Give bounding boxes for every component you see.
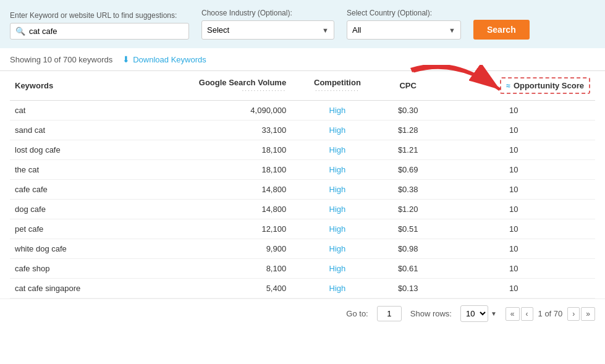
- cell-volume: 33,100: [133, 121, 291, 140]
- prev-page-button[interactable]: ‹: [521, 307, 533, 321]
- rows-select[interactable]: 10 25 50: [460, 305, 488, 322]
- cell-volume: 9,900: [133, 239, 291, 259]
- table-row: cat 4,090,000 High $0.30 10: [10, 101, 595, 121]
- cell-competition: High: [291, 200, 383, 219]
- download-icon: ⬇: [122, 54, 130, 64]
- search-icon: 🔍: [15, 27, 25, 36]
- page-navigation: « ‹ 1 of 70 › »: [506, 307, 595, 321]
- opportunity-score-badge: ≈ Opportunity Score: [500, 77, 590, 94]
- cell-score: 10: [433, 121, 595, 140]
- table-row: pet cafe 12,100 High $0.51 10: [10, 219, 595, 239]
- cell-cpc: $0.69: [384, 160, 433, 180]
- table-row: lost dog cafe 18,100 High $1.21 10: [10, 140, 595, 160]
- keyword-label: Enter Keyword or website URL to find sug…: [10, 11, 189, 20]
- keyword-section: Enter Keyword or website URL to find sug…: [10, 11, 189, 40]
- col-keywords: Keywords: [10, 71, 133, 101]
- keyword-input-wrapper: 🔍: [10, 23, 189, 40]
- cell-score: 10: [433, 160, 595, 180]
- cell-cpc: $0.30: [384, 101, 433, 121]
- cell-volume: 14,800: [133, 200, 291, 219]
- cell-volume: 8,100: [133, 259, 291, 279]
- table-row: white dog cafe 9,900 High $0.98 10: [10, 239, 595, 259]
- cell-score: 10: [433, 180, 595, 200]
- cell-cpc: $0.13: [384, 279, 433, 298]
- cell-score: 10: [433, 239, 595, 259]
- goto-input[interactable]: [377, 306, 402, 321]
- cell-volume: 18,100: [133, 140, 291, 160]
- cell-keyword: pet cafe: [10, 219, 133, 239]
- cell-keyword: cat: [10, 101, 133, 121]
- keyword-input[interactable]: [29, 27, 184, 36]
- goto-label: Go to:: [346, 309, 368, 318]
- table-row: the cat 18,100 High $0.69 10: [10, 160, 595, 180]
- industry-section: Choose Industry (Optional): Select ▼: [201, 9, 334, 40]
- col-opportunity-score: ≈ Opportunity Score: [433, 71, 595, 101]
- col-competition: Competition ···············: [291, 71, 383, 101]
- page-info: 1 of 70: [535, 309, 567, 318]
- cell-score: 10: [433, 219, 595, 239]
- industry-select-wrapper: Select ▼: [201, 20, 334, 40]
- cell-score: 10: [433, 279, 595, 298]
- opp-score-label: Opportunity Score: [514, 81, 584, 90]
- table-row: cafe shop 8,100 High $0.61 10: [10, 259, 595, 279]
- table-body: cat 4,090,000 High $0.30 10 sand cat 33,…: [10, 101, 595, 298]
- cell-score: 10: [433, 200, 595, 219]
- header-bar: Enter Keyword or website URL to find sug…: [0, 0, 605, 48]
- cell-competition: High: [291, 121, 383, 140]
- cell-keyword: sand cat: [10, 121, 133, 140]
- cell-competition: High: [291, 101, 383, 121]
- cell-keyword: lost dog cafe: [10, 140, 133, 160]
- cell-volume: 12,100: [133, 219, 291, 239]
- cell-volume: 14,800: [133, 180, 291, 200]
- rows-label: Show rows:: [410, 309, 452, 318]
- rows-select-wrapper: 10 25 50 ▼: [460, 305, 497, 322]
- cell-score: 10: [433, 259, 595, 279]
- cell-competition: High: [291, 259, 383, 279]
- download-label: Download Keywords: [133, 55, 206, 64]
- cell-keyword: cafe shop: [10, 259, 133, 279]
- cell-competition: High: [291, 160, 383, 180]
- country-section: Select Country (Optional): All ▼: [347, 9, 461, 40]
- cell-volume: 4,090,000: [133, 101, 291, 121]
- table-row: sand cat 33,100 High $1.28 10: [10, 121, 595, 140]
- table-header: Keywords Google Search Volume ··········…: [10, 71, 595, 101]
- industry-label: Choose Industry (Optional):: [201, 9, 334, 17]
- search-button[interactable]: Search: [473, 20, 530, 40]
- cell-volume: 18,100: [133, 160, 291, 180]
- cell-keyword: white dog cafe: [10, 239, 133, 259]
- cell-cpc: $0.38: [384, 180, 433, 200]
- cell-competition: High: [291, 239, 383, 259]
- rows-chevron-icon: ▼: [491, 310, 497, 317]
- industry-chevron-icon: ▼: [317, 27, 334, 34]
- last-page-button[interactable]: »: [581, 307, 595, 321]
- download-keywords-link[interactable]: ⬇ Download Keywords: [122, 54, 206, 64]
- cell-keyword: dog cafe: [10, 200, 133, 219]
- table-row: dog cafe 14,800 High $1.20 10: [10, 200, 595, 219]
- cell-score: 10: [433, 140, 595, 160]
- country-label: Select Country (Optional):: [347, 9, 461, 17]
- cell-competition: High: [291, 219, 383, 239]
- country-select[interactable]: All: [347, 21, 444, 39]
- opp-score-icon: ≈: [506, 82, 510, 90]
- cell-keyword: the cat: [10, 160, 133, 180]
- cell-keyword: cafe cafe: [10, 180, 133, 200]
- col-volume: Google Search Volume ···············: [133, 71, 291, 101]
- cell-cpc: $0.61: [384, 259, 433, 279]
- cell-cpc: $0.51: [384, 219, 433, 239]
- keywords-table-wrapper: Keywords Google Search Volume ··········…: [0, 71, 605, 298]
- showing-count: Showing 10 of 700 keywords: [10, 55, 112, 64]
- country-select-wrapper: All ▼: [347, 20, 461, 40]
- sub-header: Showing 10 of 700 keywords ⬇ Download Ke…: [0, 48, 605, 71]
- cell-cpc: $0.98: [384, 239, 433, 259]
- keywords-table: Keywords Google Search Volume ··········…: [10, 71, 595, 298]
- pagination-bar: Go to: Show rows: 10 25 50 ▼ « ‹ 1 of 70…: [0, 298, 605, 328]
- cell-volume: 5,400: [133, 279, 291, 298]
- first-page-button[interactable]: «: [506, 307, 520, 321]
- industry-select[interactable]: Select: [202, 21, 317, 39]
- cell-score: 10: [433, 101, 595, 121]
- next-page-button[interactable]: ›: [567, 307, 580, 321]
- cell-cpc: $1.20: [384, 200, 433, 219]
- country-chevron-icon: ▼: [444, 27, 460, 34]
- cell-cpc: $1.28: [384, 121, 433, 140]
- cell-competition: High: [291, 279, 383, 298]
